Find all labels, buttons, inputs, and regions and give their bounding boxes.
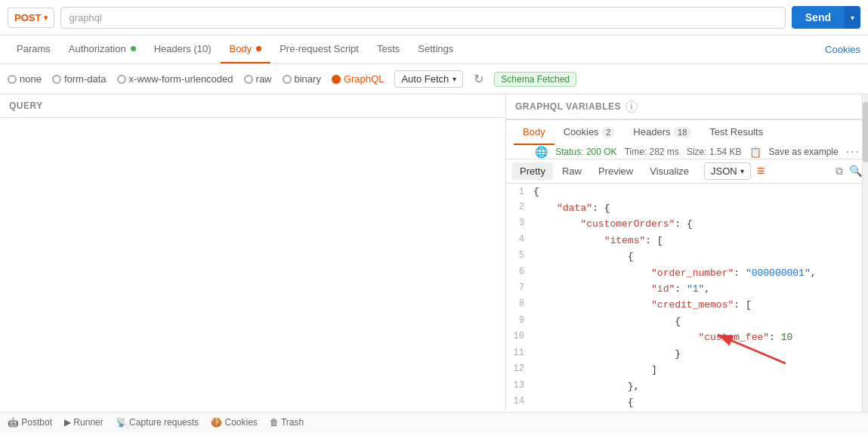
auth-dot <box>131 46 136 51</box>
line-content: "data": { <box>533 200 610 216</box>
code-line-5: 5 { <box>506 249 868 264</box>
radio-urlencoded[interactable]: x-www-form-urlencoded <box>117 73 233 85</box>
line-num: 5 <box>506 249 533 264</box>
nav-tabs: Params Authorization Headers (10) Body P… <box>0 36 868 64</box>
bottom-capture[interactable]: 📡 Capture requests <box>116 417 199 428</box>
radio-dot-raw <box>244 75 253 84</box>
line-num: 14 <box>506 394 533 410</box>
wrap-icon[interactable]: ≡ <box>757 163 765 179</box>
code-line-10: 10 "custom_fee": 10 <box>506 329 868 345</box>
code-line-4: 4 "items": [ <box>506 233 868 249</box>
code-line-6: 6 "order_number": "000000001", <box>506 265 868 281</box>
line-content: { <box>533 184 539 200</box>
chevron-down-icon: ▾ <box>44 14 48 22</box>
radio-dot-binary <box>283 75 292 84</box>
line-num: 6 <box>506 265 533 281</box>
method-select[interactable]: POST ▾ <box>8 8 54 28</box>
body-dot <box>256 46 261 51</box>
line-num: 12 <box>506 362 533 378</box>
format-select[interactable]: JSON ▾ <box>704 162 751 180</box>
scrollbar-thumb[interactable] <box>863 102 868 162</box>
code-area[interactable]: 1 { 2 "data": { 3 "customerOrders": { 4 … <box>506 184 868 412</box>
view-pretty[interactable]: Pretty <box>512 162 553 180</box>
radio-binary[interactable]: binary <box>283 73 321 85</box>
cookies-link[interactable]: Cookies <box>825 44 860 55</box>
radio-raw[interactable]: raw <box>244 73 272 85</box>
bottom-cookies[interactable]: 🍪 Cookies <box>211 417 258 428</box>
response-area: Body Cookies 2 Headers 18 Test Results 🌐… <box>506 119 868 412</box>
bottom-postbot[interactable]: 🤖 Postbot <box>8 417 52 428</box>
code-line-15: 15 "order_number": "000000002", <box>506 410 868 412</box>
graphql-vars-header: GRAPHQL VARIABLES i <box>506 94 868 119</box>
radio-form-data[interactable]: form-data <box>52 73 107 85</box>
globe-icon: 🌐 <box>535 146 548 158</box>
bottom-trash[interactable]: 🗑 Trash <box>270 417 304 428</box>
line-num: 10 <box>506 329 533 345</box>
line-content: ] <box>533 362 657 378</box>
line-num: 11 <box>506 346 533 362</box>
line-num: 3 <box>506 216 533 232</box>
left-panel: QUERY <box>0 94 506 412</box>
status-ok: Status: 200 OK <box>555 147 616 157</box>
bottom-runner[interactable]: ▶ Runner <box>64 417 103 428</box>
query-editor[interactable] <box>0 118 505 412</box>
more-icon[interactable]: ··· <box>846 145 860 159</box>
tab-resp-test-results[interactable]: Test Results <box>700 120 772 145</box>
tab-tests[interactable]: Tests <box>368 36 409 63</box>
radio-none[interactable]: none <box>8 73 42 85</box>
save-icon: 📋 <box>749 147 761 158</box>
tab-body[interactable]: Body <box>221 36 271 63</box>
line-content: { <box>533 249 634 264</box>
url-input[interactable] <box>60 7 785 29</box>
code-line-14: 14 { <box>506 394 868 410</box>
line-num: 15 <box>506 410 533 412</box>
auto-fetch-button[interactable]: Auto Fetch ▾ <box>394 70 463 88</box>
tab-pre-request[interactable]: Pre-request Script <box>270 36 368 63</box>
info-icon: i <box>626 100 638 113</box>
code-line-12: 12 ] <box>506 362 868 378</box>
radio-dot-urlencoded <box>117 75 126 84</box>
tab-headers[interactable]: Headers (10) <box>145 36 221 63</box>
line-content: "credit_memos": [ <box>533 297 752 313</box>
tab-resp-cookies[interactable]: Cookies 2 <box>554 120 625 145</box>
tab-authorization[interactable]: Authorization <box>60 36 145 63</box>
tab-settings[interactable]: Settings <box>409 36 462 63</box>
view-preview[interactable]: Preview <box>591 162 641 180</box>
tab-params[interactable]: Params <box>8 36 60 63</box>
view-visualize[interactable]: Visualize <box>642 162 697 180</box>
line-num: 1 <box>506 184 533 200</box>
save-as-example-link[interactable]: Save as example <box>769 147 839 157</box>
top-bar: POST ▾ Send ▾ <box>0 0 868 36</box>
size-meta: Size: 1.54 KB <box>687 147 742 157</box>
send-button[interactable]: Send <box>792 6 845 29</box>
bottom-bar: 🤖 Postbot ▶ Runner 📡 Capture requests 🍪 … <box>0 412 868 432</box>
panels: QUERY GRAPHQL VARIABLES i Body Cookies 2… <box>0 94 868 412</box>
radio-dot-graphql <box>332 75 341 84</box>
line-content: }, <box>533 379 639 394</box>
code-toolbar: Pretty Raw Preview Visualize JSON ▾ ≡ ⧉ … <box>506 159 868 184</box>
query-header: QUERY <box>0 94 505 118</box>
view-raw[interactable]: Raw <box>554 162 589 180</box>
code-line-13: 13 }, <box>506 379 868 394</box>
body-type-row: none form-data x-www-form-urlencoded raw… <box>0 64 868 94</box>
radio-graphql[interactable]: GraphQL <box>332 73 384 85</box>
auto-fetch-label: Auto Fetch <box>401 73 449 85</box>
send-dropdown-button[interactable]: ▾ <box>845 6 860 29</box>
line-num: 2 <box>506 200 533 216</box>
line-content: "order_number": "000000002", <box>533 410 817 412</box>
refresh-icon[interactable]: ↻ <box>474 72 483 86</box>
response-topbar: Body Cookies 2 Headers 18 Test Results 🌐… <box>506 120 868 159</box>
scrollbar[interactable] <box>862 94 868 412</box>
code-line-2: 2 "data": { <box>506 200 868 216</box>
code-line-3: 3 "customerOrders": { <box>506 216 868 232</box>
radio-dot-none <box>8 75 17 84</box>
line-content: "customerOrders": { <box>533 216 693 232</box>
code-line-9: 9 { <box>506 314 868 329</box>
copy-icon[interactable]: ⧉ <box>836 165 843 178</box>
line-num: 7 <box>506 281 533 297</box>
tab-resp-headers[interactable]: Headers 18 <box>624 120 700 145</box>
search-icon[interactable]: 🔍 <box>849 165 862 178</box>
code-line-11: 11 } <box>506 346 868 362</box>
line-content: "id": "1", <box>533 281 710 297</box>
tab-resp-body[interactable]: Body <box>514 120 554 145</box>
